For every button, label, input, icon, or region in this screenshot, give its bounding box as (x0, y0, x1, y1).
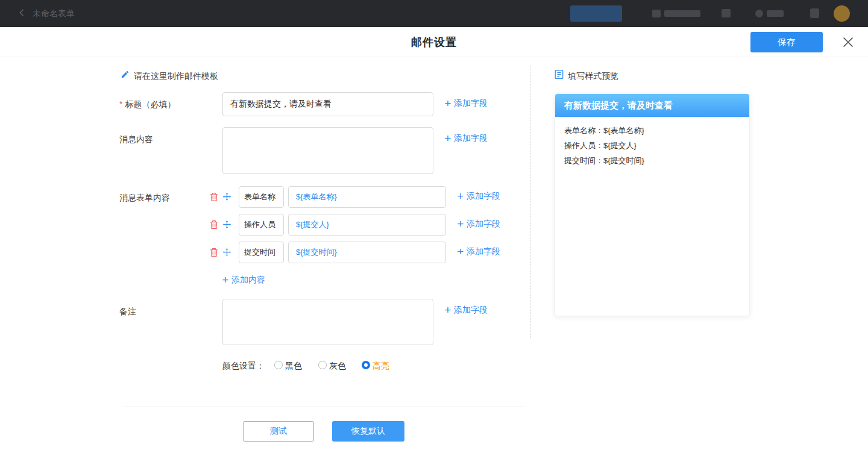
back-chevron-icon[interactable] (17, 8, 28, 19)
required-mark: * (119, 99, 122, 109)
form-title: 未命名表单 (33, 8, 75, 19)
add-field-link[interactable]: +添加字段 (457, 219, 500, 230)
preview-card-title: 有新数据提交，请及时查看 (555, 94, 749, 117)
topbar-icon-button[interactable] (722, 9, 731, 17)
message-field-label: 消息内容 (119, 134, 153, 145)
preview-card: 有新数据提交，请及时查看 表单名称：${表单名称} 操作人员：${提交人} 提交… (555, 93, 750, 316)
modal-title: 邮件设置 (0, 35, 868, 49)
add-content-link[interactable]: +添加内容 (222, 275, 265, 286)
restore-default-button[interactable]: 恢复默认 (332, 421, 404, 442)
move-row-icon[interactable] (222, 220, 232, 230)
title-field-label: *标题（必填） (119, 99, 175, 110)
row-key-input[interactable] (239, 186, 284, 208)
vertical-dashed-divider (530, 66, 531, 338)
plus-icon: + (222, 276, 228, 284)
delete-row-icon[interactable] (210, 192, 219, 202)
title-input[interactable] (222, 92, 433, 116)
plus-icon: + (444, 134, 451, 143)
topbar-menu-item[interactable] (652, 10, 700, 17)
move-row-icon[interactable] (222, 248, 232, 257)
help-icon (755, 10, 763, 17)
test-button[interactable]: 测试 (243, 421, 314, 442)
notification-bell-icon[interactable] (810, 8, 819, 18)
plus-icon: + (444, 99, 451, 108)
radio-black-label[interactable]: 黑色 (285, 361, 302, 372)
radio-highlight-label[interactable]: 高亮 (373, 361, 389, 372)
row-key-input[interactable] (239, 214, 284, 236)
help-label-dimmed (767, 10, 784, 17)
help-button[interactable] (755, 10, 784, 17)
add-field-link[interactable]: +添加字段 (444, 98, 488, 109)
menu-icon (652, 10, 661, 17)
menu-label-dimmed (664, 10, 700, 17)
color-setting-label: 颜色设置： (222, 361, 265, 372)
screen: 未命名表单 邮件设置 保存 请在这里制作邮件模板 *标题（必填） +添加字段 消… (0, 0, 868, 456)
add-field-link[interactable]: +添加字段 (444, 305, 488, 316)
save-button[interactable]: 保存 (750, 32, 823, 52)
modal-header: 邮件设置 保存 (0, 27, 868, 57)
plus-icon: + (444, 306, 451, 314)
radio-gray-label[interactable]: 灰色 (329, 361, 346, 372)
editor-hint: 请在这里制作邮件模板 (134, 71, 218, 82)
preview-line: 操作人员：${提交人} (564, 138, 740, 153)
plus-icon: + (457, 192, 464, 201)
row-value-input[interactable] (288, 214, 446, 236)
radio-black[interactable] (274, 361, 283, 369)
topbar-primary-button[interactable] (570, 5, 622, 22)
row-key-input[interactable] (239, 242, 284, 263)
app-topbar: 未命名表单 (0, 0, 868, 27)
document-icon (555, 69, 564, 82)
add-field-link[interactable]: +添加字段 (457, 246, 500, 257)
delete-row-icon[interactable] (210, 220, 219, 230)
preview-heading: 填写样式预览 (568, 71, 618, 82)
preview-card-body: 表单名称：${表单名称} 操作人员：${提交人} 提交时间：${提交时间} (555, 117, 749, 174)
radio-highlight[interactable] (362, 361, 370, 369)
form-content-label: 消息表单内容 (119, 193, 170, 204)
delete-row-icon[interactable] (210, 248, 219, 257)
move-row-icon[interactable] (222, 192, 232, 202)
remark-textarea[interactable] (222, 299, 433, 345)
add-field-link[interactable]: +添加字段 (444, 133, 488, 144)
message-textarea[interactable] (222, 127, 433, 174)
row-value-input[interactable] (288, 242, 446, 263)
preview-line: 提交时间：${提交时间} (564, 153, 740, 168)
plus-icon: + (457, 220, 464, 228)
divider (124, 407, 524, 407)
email-settings-modal: 邮件设置 保存 请在这里制作邮件模板 *标题（必填） +添加字段 消息内容 +添… (0, 27, 868, 456)
radio-gray[interactable] (318, 361, 327, 369)
avatar[interactable] (834, 5, 850, 22)
remark-field-label: 备注 (119, 307, 136, 317)
preview-line: 表单名称：${表单名称} (564, 123, 740, 138)
plus-icon: + (457, 248, 464, 256)
row-value-input[interactable] (288, 186, 446, 208)
pencil-icon (121, 70, 130, 81)
add-field-link[interactable]: +添加字段 (457, 191, 500, 202)
close-icon[interactable] (841, 36, 855, 49)
